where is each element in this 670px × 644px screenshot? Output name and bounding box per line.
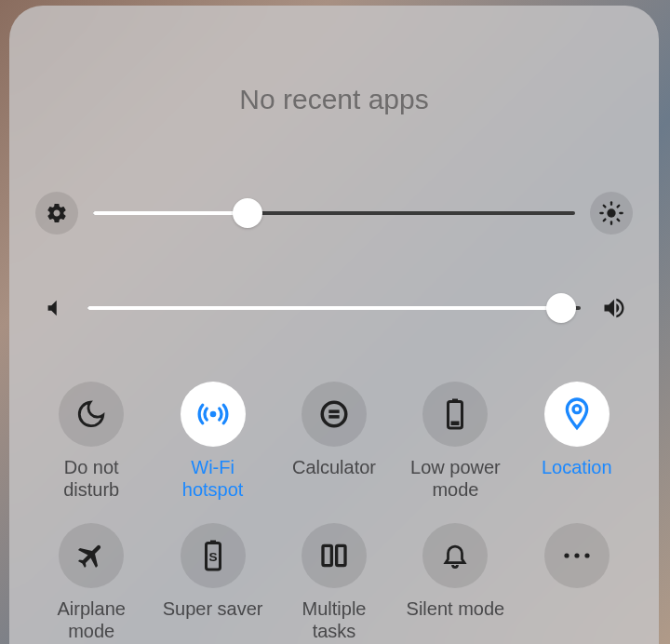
svg-rect-21	[337, 545, 345, 565]
toggle-silent[interactable]: Silent mode	[399, 523, 511, 642]
toggle-label: Airplane mode	[58, 597, 126, 642]
volume-thumb[interactable]	[546, 293, 576, 323]
airplane-icon	[59, 523, 124, 588]
calculator-icon	[302, 382, 367, 447]
quick-settings-panel: No recent apps Do	[9, 6, 659, 644]
brightness-fill	[93, 211, 248, 215]
volume-slider-row	[35, 287, 633, 329]
volume-low-icon	[35, 287, 73, 329]
volume-fill	[87, 306, 561, 310]
moon-icon	[59, 382, 124, 447]
svg-text:S: S	[208, 550, 217, 564]
brightness-high-icon	[590, 192, 633, 235]
more-icon	[544, 523, 610, 588]
toggle-label: Low power mode	[410, 456, 501, 501]
svg-rect-20	[323, 545, 331, 565]
svg-point-0	[607, 208, 615, 217]
brightness-slider-row	[35, 192, 633, 235]
toggle-multitask[interactable]: Multiple tasks	[278, 523, 390, 642]
svg-rect-15	[451, 422, 460, 426]
svg-line-4	[618, 220, 620, 221]
gear-icon[interactable]	[35, 192, 78, 235]
toggle-dnd[interactable]: Do not disturb	[35, 382, 147, 501]
svg-point-23	[574, 553, 579, 557]
volume-slider[interactable]	[87, 293, 581, 323]
toggle-location[interactable]: Location	[521, 382, 633, 501]
svg-rect-14	[452, 399, 458, 402]
svg-line-8	[618, 206, 620, 208]
toggle-label: Silent mode	[407, 597, 505, 642]
svg-point-10	[322, 402, 346, 426]
toggle-label: Wi-Fi hotspot	[182, 456, 244, 501]
battery-s-icon: S	[181, 523, 246, 588]
toggle-airplane[interactable]: Airplane mode	[35, 523, 147, 642]
svg-point-22	[564, 553, 569, 557]
bell-icon	[422, 523, 488, 588]
toggles-grid: Do not disturb Wi-Fi hotspot Calculator …	[35, 382, 633, 642]
battery-icon	[422, 382, 488, 447]
svg-rect-18	[210, 541, 216, 543]
brightness-thumb[interactable]	[233, 198, 262, 228]
toggle-more[interactable]	[521, 523, 633, 642]
toggle-label: Location	[542, 456, 612, 501]
hotspot-icon	[181, 382, 246, 447]
toggle-hotspot[interactable]: Wi-Fi hotspot	[156, 382, 268, 501]
toggle-lowpower[interactable]: Low power mode	[399, 382, 511, 501]
toggle-label: Do not disturb	[63, 456, 119, 501]
svg-point-9	[209, 411, 216, 418]
toggle-label: Calculator	[292, 456, 376, 501]
svg-line-3	[604, 206, 606, 208]
toggle-calculator[interactable]: Calculator	[278, 382, 390, 501]
brightness-slider[interactable]	[93, 198, 575, 228]
toggle-label: Super saver	[163, 597, 263, 642]
split-icon	[302, 523, 367, 588]
location-icon	[544, 382, 610, 447]
svg-point-24	[584, 553, 589, 557]
recents-title: No recent apps	[35, 84, 633, 115]
toggle-supersaver[interactable]: S Super saver	[156, 523, 268, 642]
volume-high-icon	[596, 287, 633, 329]
svg-point-16	[573, 406, 581, 413]
toggle-label: Multiple tasks	[302, 597, 367, 642]
svg-line-7	[604, 220, 606, 221]
